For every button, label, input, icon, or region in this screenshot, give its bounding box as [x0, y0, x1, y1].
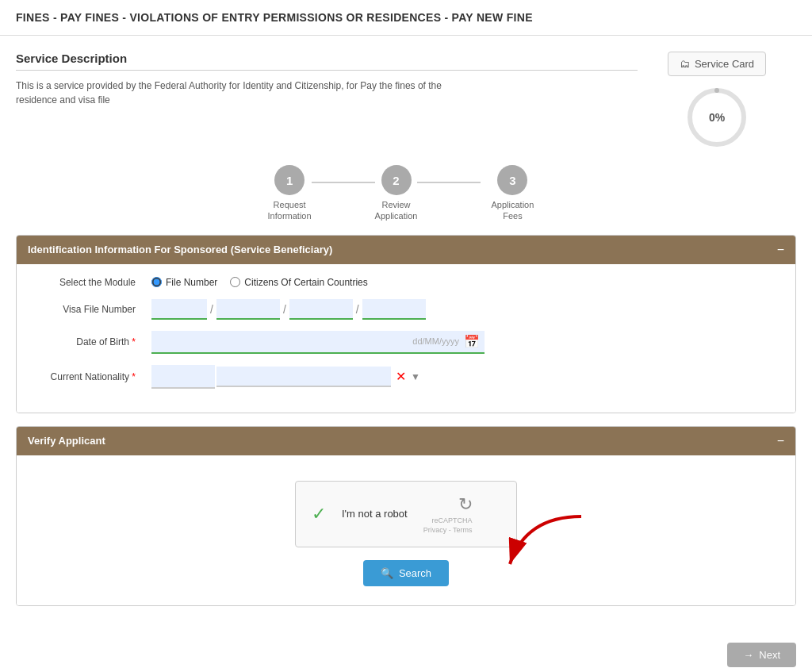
dob-input[interactable]: [156, 336, 412, 347]
visa-sep-1: /: [210, 303, 213, 316]
identification-section-body: Select the Module File Number Citizens O…: [17, 264, 795, 413]
verify-section-header: Verify Applicant −: [17, 427, 795, 455]
module-radio-group: File Number Citizens Of Certain Countrie…: [151, 277, 368, 288]
visa-sep-2: /: [283, 303, 286, 316]
service-card-label: Service Card: [695, 58, 754, 70]
step-1-circle: 1: [274, 165, 304, 195]
next-icon: →: [743, 649, 753, 661]
step-2-label: ReviewApplication: [375, 199, 418, 222]
captcha-right: ↻ reCAPTCHA Privacy - Terms: [423, 494, 473, 534]
search-label: Search: [399, 567, 431, 579]
visa-sep-3: /: [356, 303, 359, 316]
step-3-circle: 3: [497, 165, 527, 195]
verify-section-body: ✓ I'm not a robot ↻ reCAPTCHA Privacy - …: [17, 455, 795, 605]
nationality-flag: [151, 365, 215, 389]
verify-collapse-button[interactable]: −: [777, 435, 784, 447]
nationality-wrapper: ✕ ▼: [151, 365, 420, 389]
step-1-label: RequestInformation: [268, 199, 312, 222]
calendar-icon[interactable]: 📅: [464, 334, 480, 349]
visa-input-1[interactable]: [151, 299, 207, 320]
step-3: 3 Application Fees: [481, 165, 544, 222]
nationality-dropdown-button[interactable]: ▼: [411, 371, 420, 382]
stepper: 1 RequestInformation 2 ReviewApplication…: [16, 165, 796, 222]
nationality-row: Current Nationality * ✕ ▼: [33, 365, 779, 389]
search-button[interactable]: 🔍 Search: [363, 560, 449, 586]
visa-number-label: Visa File Number: [33, 304, 144, 315]
radio-citizens-input[interactable]: [230, 277, 240, 287]
progress-label: 0%: [709, 111, 725, 124]
radio-file-number-input[interactable]: [151, 277, 162, 287]
nationality-clear-icon[interactable]: ✕: [393, 369, 409, 384]
nationality-required: *: [132, 371, 136, 382]
service-description-title: Service Description: [16, 52, 638, 71]
dob-field-wrapper: dd/MM/yyyy 📅: [151, 331, 485, 354]
step-2: 2 ReviewApplication: [375, 165, 418, 222]
identification-section-title: Identification Information For Sponsored…: [28, 244, 332, 255]
identification-section-header: Identification Information For Sponsored…: [17, 236, 795, 264]
service-card-button[interactable]: 🗂 Service Card: [668, 52, 766, 76]
captcha-label: I'm not a robot: [342, 508, 408, 520]
actions-row: 🔍 Search: [33, 560, 779, 586]
verify-section: Verify Applicant − ✓ I'm not a robot ↻ r…: [16, 426, 796, 606]
next-button[interactable]: → Next: [727, 643, 796, 667]
verify-section-title: Verify Applicant: [28, 435, 105, 447]
captcha-area: ✓ I'm not a robot ↻ reCAPTCHA Privacy - …: [33, 481, 779, 547]
captcha-checkmark-icon: ✓: [312, 504, 326, 524]
visa-fields: / / /: [151, 299, 426, 320]
visa-number-row: Visa File Number / / /: [33, 299, 779, 320]
visa-input-2[interactable]: [216, 299, 280, 320]
dob-label: Date of Birth *: [33, 336, 144, 347]
right-panel: 🗂 Service Card 0%: [638, 52, 796, 149]
nationality-input[interactable]: [216, 367, 391, 387]
step-1: 1 RequestInformation: [268, 165, 312, 222]
date-placeholder: dd/MM/yyyy: [412, 336, 459, 346]
recaptcha-label: reCAPTCHA: [432, 516, 473, 524]
card-icon: 🗂: [680, 58, 690, 70]
visa-input-3[interactable]: [289, 299, 353, 320]
next-label: Next: [759, 649, 780, 661]
progress-circle: 0%: [685, 86, 749, 149]
recaptcha-icon: ↻: [458, 494, 473, 515]
captcha-box[interactable]: ✓ I'm not a robot ↻ reCAPTCHA Privacy - …: [295, 481, 517, 547]
step-line-1: [312, 182, 375, 183]
recaptcha-terms: Privacy - Terms: [423, 526, 473, 534]
module-label: Select the Module: [33, 277, 144, 288]
step-3-label: Application Fees: [481, 199, 544, 222]
page-title: FINES - PAY FINES - VIOLATIONS OF ENTRY …: [0, 0, 812, 36]
step-2-circle: 2: [381, 165, 412, 195]
identification-section: Identification Information For Sponsored…: [16, 235, 796, 413]
module-row: Select the Module File Number Citizens O…: [33, 277, 779, 288]
nationality-label: Current Nationality *: [33, 371, 144, 382]
dob-row: Date of Birth * dd/MM/yyyy 📅: [33, 331, 779, 354]
service-description-section: Service Description This is a service pr…: [16, 52, 638, 107]
red-arrow-indicator: [502, 513, 597, 576]
search-icon: 🔍: [381, 567, 393, 579]
radio-file-number[interactable]: File Number: [151, 277, 217, 288]
radio-citizens[interactable]: Citizens Of Certain Countries: [230, 277, 367, 288]
radio-citizens-label: Citizens Of Certain Countries: [244, 277, 367, 288]
visa-input-4[interactable]: [362, 299, 426, 320]
radio-file-number-label: File Number: [166, 277, 217, 288]
identification-collapse-button[interactable]: −: [777, 244, 784, 256]
dob-required: *: [132, 336, 136, 347]
bottom-actions: → Next: [0, 635, 812, 668]
step-line-2: [417, 182, 481, 183]
service-description-text: This is a service provided by the Federa…: [16, 79, 476, 107]
